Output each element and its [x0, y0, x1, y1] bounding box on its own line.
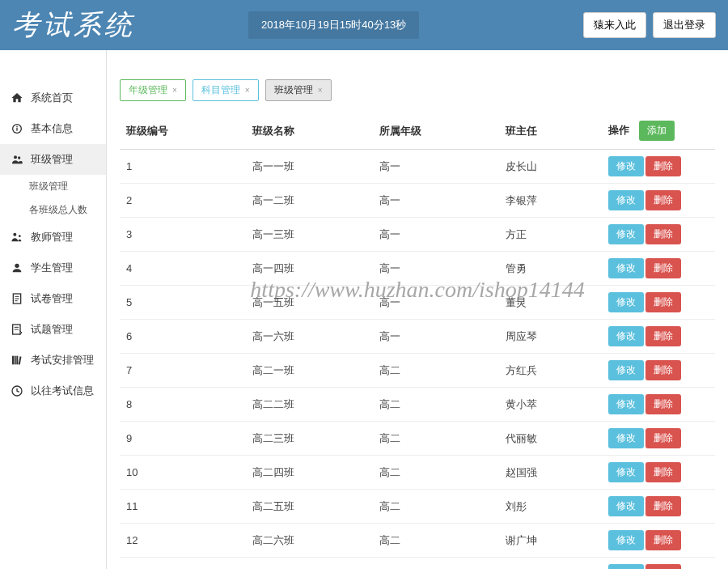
sidebar-item-info[interactable]: 基本信息 [0, 113, 106, 144]
cell-name: 高三一班 [246, 558, 372, 570]
close-icon[interactable]: × [318, 86, 323, 95]
cell-teacher: 皮长山 [499, 150, 602, 184]
delete-button[interactable]: 删除 [645, 292, 681, 312]
sidebar-item-question[interactable]: 试题管理 [0, 314, 106, 345]
sidebar-item-teacher[interactable]: 教师管理 [0, 222, 106, 253]
delete-button[interactable]: 删除 [645, 190, 681, 210]
student-icon [10, 261, 24, 275]
cell-teacher: 方红兵 [499, 354, 602, 388]
edit-button[interactable]: 修改 [608, 428, 644, 448]
cell-grade: 高一 [373, 320, 499, 354]
delete-button[interactable]: 删除 [645, 224, 681, 244]
add-button[interactable]: 添加 [639, 121, 675, 141]
edit-button[interactable]: 修改 [608, 292, 644, 312]
cell-ops: 修改删除 [602, 184, 715, 218]
cell-ops: 修改删除 [602, 218, 715, 252]
table-row: 13高三一班高三王长贵修改删除 [120, 558, 715, 570]
edit-button[interactable]: 修改 [608, 462, 644, 482]
cell-name: 高二一班 [246, 354, 372, 388]
cell-id: 6 [120, 320, 246, 354]
cell-name: 高一一班 [246, 150, 372, 184]
tab[interactable]: 科目管理× [193, 79, 259, 101]
books-icon [10, 353, 24, 367]
th-grade: 所属年级 [373, 113, 499, 150]
tab-label: 班级管理 [274, 83, 313, 97]
tab-bar: 年级管理×科目管理×班级管理× [120, 79, 715, 101]
sidebar-item-paper[interactable]: 试卷管理 [0, 283, 106, 314]
edit-button[interactable]: 修改 [608, 360, 644, 380]
cell-grade: 高一 [373, 184, 499, 218]
table-row: 11高二五班高二刘彤修改删除 [120, 490, 715, 524]
cell-grade: 高一 [373, 218, 499, 252]
cell-teacher: 董灵 [499, 286, 602, 320]
edit-button[interactable]: 修改 [608, 224, 644, 244]
delete-button[interactable]: 删除 [645, 360, 681, 380]
cell-teacher: 周应琴 [499, 320, 602, 354]
sidebar-item-student[interactable]: 学生管理 [0, 253, 106, 283]
edit-button[interactable]: 修改 [608, 190, 644, 210]
delete-button[interactable]: 删除 [645, 428, 681, 448]
delete-button[interactable]: 删除 [645, 156, 681, 176]
sidebar-item-label: 以往考试信息 [31, 384, 94, 398]
delete-button[interactable]: 删除 [645, 258, 681, 278]
svg-rect-18 [16, 356, 18, 365]
svg-point-6 [13, 233, 16, 236]
source-button[interactable]: 猿来入此 [583, 12, 646, 38]
sidebar-item-books[interactable]: 考试安排管理 [0, 345, 106, 376]
table-row: 6高一六班高一周应琴修改删除 [120, 320, 715, 354]
cell-id: 1 [120, 150, 246, 184]
edit-button[interactable]: 修改 [608, 496, 644, 516]
sidebar-item-label: 考试安排管理 [31, 353, 94, 367]
cell-grade: 高二 [373, 422, 499, 456]
submenu-item[interactable]: 各班级总人数 [29, 198, 106, 222]
cell-id: 3 [120, 218, 246, 252]
cell-ops: 修改删除 [602, 388, 715, 422]
cell-teacher: 李银萍 [499, 184, 602, 218]
sidebar-item-users[interactable]: 班级管理 [0, 144, 106, 175]
app-logo: 考试系统 [12, 6, 135, 44]
cell-id: 10 [120, 456, 246, 490]
delete-button[interactable]: 删除 [645, 326, 681, 346]
cell-grade: 高一 [373, 252, 499, 286]
edit-button[interactable]: 修改 [608, 258, 644, 278]
edit-button[interactable]: 修改 [608, 564, 644, 569]
tab[interactable]: 年级管理× [120, 79, 186, 101]
cell-ops: 修改删除 [602, 490, 715, 524]
sidebar-item-history[interactable]: 以往考试信息 [0, 376, 106, 406]
edit-button[interactable]: 修改 [608, 394, 644, 414]
svg-rect-17 [15, 356, 16, 365]
cell-ops: 修改删除 [602, 422, 715, 456]
table-row: 8高二二班高二黄小萃修改删除 [120, 388, 715, 422]
cell-name: 高二五班 [246, 490, 372, 524]
sidebar-item-label: 教师管理 [31, 230, 73, 244]
svg-point-8 [15, 264, 19, 268]
table-row: 1高一一班高一皮长山修改删除 [120, 150, 715, 184]
delete-button[interactable]: 删除 [645, 530, 681, 550]
info-icon [10, 121, 24, 136]
sidebar-item-label: 班级管理 [31, 152, 73, 167]
cell-teacher: 王长贵 [499, 558, 602, 570]
cell-id: 8 [120, 388, 246, 422]
table-row: 9高二三班高二代丽敏修改删除 [120, 422, 715, 456]
cell-ops: 修改删除 [602, 286, 715, 320]
cell-id: 11 [120, 490, 246, 524]
delete-button[interactable]: 删除 [645, 462, 681, 482]
submenu-item[interactable]: 班级管理 [29, 175, 106, 198]
delete-button[interactable]: 删除 [645, 564, 681, 569]
header: 考试系统 2018年10月19日15时40分13秒 猿来入此 退出登录 [0, 0, 728, 50]
delete-button[interactable]: 删除 [645, 394, 681, 414]
cell-id: 4 [120, 252, 246, 286]
edit-button[interactable]: 修改 [608, 156, 644, 176]
th-name: 班级名称 [246, 113, 372, 150]
logout-button[interactable]: 退出登录 [653, 12, 716, 38]
tab[interactable]: 班级管理× [265, 79, 332, 101]
tab-label: 年级管理 [129, 83, 167, 97]
edit-button[interactable]: 修改 [608, 530, 644, 550]
table-row: 4高一四班高一管勇修改删除 [120, 252, 715, 286]
edit-button[interactable]: 修改 [608, 326, 644, 346]
close-icon[interactable]: × [245, 86, 250, 95]
sidebar-item-home[interactable]: 系统首页 [0, 83, 106, 113]
close-icon[interactable]: × [172, 86, 177, 95]
cell-teacher: 赵国强 [499, 456, 602, 490]
delete-button[interactable]: 删除 [645, 496, 681, 516]
